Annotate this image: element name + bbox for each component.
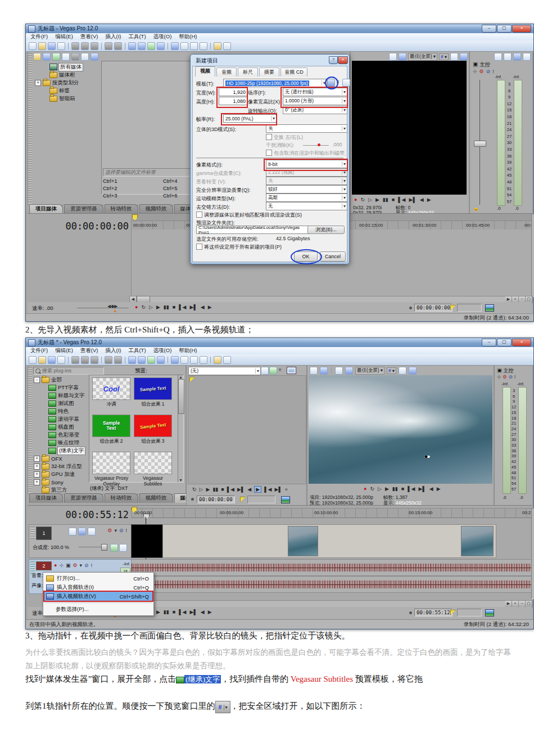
tree-item[interactable]: 智能箱 [35,94,101,102]
preview-mode-icon[interactable] [345,367,353,375]
preset-item[interactable]: Vegasaur Proxy Overlay [92,452,131,487]
swap-checkbox[interactable] [266,134,272,140]
mute-button[interactable]: ⊘ [509,374,513,380]
cut-icon[interactable] [71,356,79,364]
preset-item[interactable]: Vegasaur Subtitles [133,452,173,487]
go-end-button[interactable]: ▶▌ [189,609,197,615]
snap-icon[interactable] [128,356,136,364]
dock-tab[interactable]: 视频特效 [139,204,173,214]
tag-filter-input[interactable]: 选择要编辑的文件标签 [103,168,202,177]
play-button[interactable]: ▶ [385,486,389,492]
tree-item[interactable]: + OFX [34,454,90,462]
solo-button[interactable]: ! [514,374,515,380]
preset-thumbnail[interactable] [92,452,130,474]
new-project-icon[interactable] [29,42,37,50]
get-photo-icon[interactable] [52,53,60,61]
preset-thumbnail[interactable]: Cool [92,377,130,400]
go-start-button[interactable]: ▌◀ [398,197,405,202]
rotation-dropdown[interactable]: 0° (还原) ▾ [283,106,347,114]
deinterlace-dropdown[interactable]: 无 ▾ [266,202,347,210]
titlebar[interactable]: 无标题 - Vegas Pro 12.0 – ▢ × [26,24,533,33]
preset-item[interactable]: Cool 冷调 [92,377,131,407]
selection-length-box[interactable] [457,609,482,616]
go-end-button[interactable]: ▶▌ [237,487,245,492]
dock-tab[interactable]: 转场特效 [105,204,138,214]
track-drag-handle[interactable] [30,526,35,539]
more-buttons[interactable]: » [285,487,288,492]
auto-ripple-icon[interactable] [138,42,146,50]
plugin-search-input[interactable]: 搜索 plug-ins [33,367,104,375]
insert-fx-icon[interactable] [504,53,512,61]
delete-template-icon[interactable]: × [336,79,340,85]
external-monitor-icon[interactable] [389,53,397,61]
tree-toggle[interactable]: + [34,479,40,485]
selection-length-box[interactable] [457,304,482,312]
first-keyframe-button[interactable]: ▌◀ [264,487,271,492]
menu-item[interactable]: 帮助(H) [179,347,197,354]
crosstalk-slider-handle[interactable] [318,143,320,146]
preset-item[interactable]: Sample Text 组合效果 2 [92,415,131,444]
tree-item[interactable]: - 全部 [34,376,90,384]
remove-media-icon[interactable] [71,53,79,61]
tree-item[interactable]: + 32-bit 浮点型 [34,462,90,470]
tree-item[interactable]: + 按类型划分 [35,79,101,87]
step-back-button[interactable]: ◀ [420,197,424,202]
match-media-icon[interactable] [342,79,350,87]
close-button[interactable]: × [512,339,531,346]
timeline-ruler[interactable]: 00:00:00 00:05:00:00 00:10:00:00 00:15:0… [131,508,531,518]
pixfmt-dropdown[interactable]: 8-bit ▾ [266,160,347,168]
safe-area-grid-button[interactable]: # ▾ [439,53,449,60]
close-button[interactable]: × [512,25,531,33]
maximize-button[interactable]: ▢ [497,339,512,346]
stop-button[interactable]: ■ [173,304,175,310]
dock-tab[interactable]: 项目媒体 [29,493,63,503]
remove-plugin-icon[interactable]: × [278,367,282,373]
undo-icon[interactable] [105,42,112,50]
preset-thumbnail[interactable] [134,452,172,474]
menu-item[interactable]: 工具(T) [128,33,146,40]
zoom-in-button[interactable]: + [512,601,519,607]
mute-icon[interactable]: ⊘ [84,562,89,568]
dock-grip[interactable] [28,367,32,493]
dock-tab[interactable]: 项目媒体 [29,204,63,214]
open-icon[interactable] [38,356,46,364]
automation-button[interactable]: ⚙ [503,374,507,380]
play-from-start-button[interactable]: ▷ [149,304,153,310]
loop-button[interactable]: ↻ [360,197,365,202]
automation-button[interactable]: ⚙ [479,69,484,74]
maximize-button[interactable]: ▢ [497,25,512,33]
play-from-start-button[interactable]: ▷ [368,197,372,202]
redo-icon[interactable] [114,356,122,364]
par-dropdown[interactable]: 1.0000 (方形) ▾ [283,97,347,105]
lock-icon[interactable]: 🔓 [473,206,479,211]
selection-tool-icon[interactable] [190,356,198,364]
tree-toggle[interactable]: + [34,471,40,478]
context-menu-item[interactable]: 插入音频轨道(I) Ctrl+Q [44,583,152,592]
edit-generator-icon[interactable] [269,367,277,375]
open-icon[interactable] [38,42,46,50]
copy-snapshot-icon[interactable] [450,53,458,61]
media-views-icon[interactable] [90,53,98,61]
stop-button[interactable]: ■ [401,486,404,492]
selection-length-box[interactable] [247,496,275,503]
play-from-start-button[interactable]: ▷ [200,487,203,492]
preset-item[interactable]: Sample Text 组合效果 1 [133,377,173,407]
template-dropdown[interactable]: HD 1080-25p (1920x1080, 25.000 fps) ▾ [223,79,327,87]
tree-item[interactable]: 棋盘图 [34,423,90,431]
compose-slider-handle[interactable] [101,544,107,551]
marker-flag[interactable] [132,214,138,220]
play-button[interactable]: ▶ [156,304,160,310]
height-field[interactable]: 1,080 [219,97,248,105]
context-menu-item[interactable]: 插入视频轨道(V) Ctrl+Shift+Q [44,592,152,601]
capture-video-icon[interactable] [43,53,51,61]
tree-item[interactable]: 纯色 [34,407,90,415]
tree-toggle[interactable]: + [34,456,40,462]
menu-item[interactable]: 文件(F) [30,347,48,354]
tree-item[interactable]: + Sony [34,478,90,486]
tab-audio[interactable]: 音频 [216,68,237,76]
track-fx-icon[interactable]: ⊹ [59,562,64,568]
mixer-views-icon[interactable] [523,53,531,61]
sync-cursor-button[interactable]: ▶ [254,486,261,493]
timeline-timecode[interactable]: 00:00:00:00 [50,220,129,232]
envelope-tool-icon[interactable] [180,42,188,50]
